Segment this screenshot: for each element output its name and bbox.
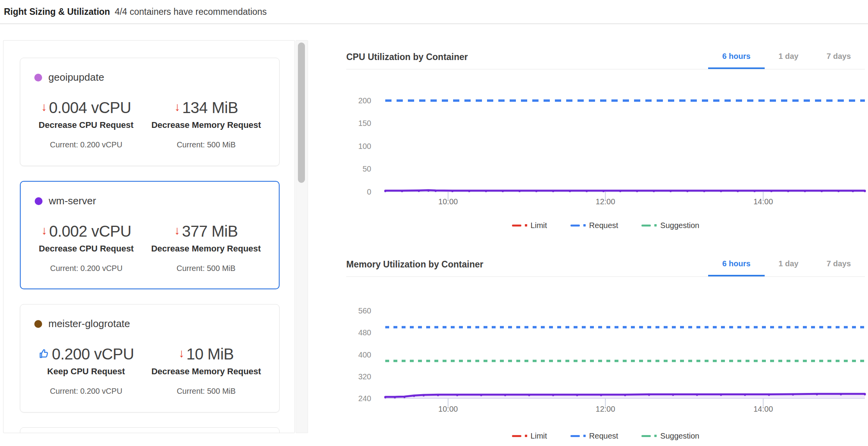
memory-current-value: Current: 500 MiB (143, 387, 270, 396)
cpu-current-value: Current: 0.200 vCPU (30, 264, 143, 273)
request-dot-icon (583, 224, 586, 227)
cpu-recommended-value: 0.004 vCPU (49, 99, 131, 116)
cpu-current-value: Current: 0.200 vCPU (30, 140, 143, 149)
container-list-panel: geoipupdate ↓0.004 vCPU Decrease CPU Req… (3, 40, 295, 433)
y-axis-tick-label: 100 (346, 141, 371, 151)
cpu-action-label: Decrease CPU Request (30, 120, 143, 130)
thumbs-up-icon (38, 348, 50, 359)
cpu-action-label: Decrease CPU Request (30, 244, 143, 254)
container-name: geoipupdate (48, 71, 104, 83)
y-axis-tick-label: 50 (346, 164, 371, 174)
cpu-current-value: Current: 0.200 vCPU (30, 387, 143, 396)
container-color-dot (34, 320, 42, 328)
cpu-time-range-tabs: 6 hours 1 day 7 days (708, 45, 865, 69)
y-axis-tick-label: 0 (346, 187, 371, 197)
legend-item-request: Request (570, 432, 618, 441)
x-axis-tick-label: 14:00 (742, 405, 785, 414)
y-axis-tick-label: 320 (346, 372, 371, 382)
panel-scrollbar-track[interactable] (296, 40, 308, 433)
legend-item-suggestion: Suggestion (641, 221, 699, 230)
tab-1-day[interactable]: 1 day (765, 45, 813, 69)
decrease-arrow-icon: ↓ (179, 345, 184, 361)
legend-item-limit: Limit (512, 432, 547, 441)
recommendation-metrics: 0.200 vCPU Keep CPU Request Current: 0.2… (30, 345, 270, 396)
container-color-dot (34, 74, 42, 81)
cpu-recommendation: ↓0.004 vCPU Decrease CPU Request Current… (30, 99, 143, 149)
cpu-chart-legend: Limit Request Suggestion (346, 219, 865, 232)
tab-7-days[interactable]: 7 days (813, 253, 865, 276)
page-title: Right Sizing & Utilization (4, 7, 110, 17)
cpu-action-label: Keep CPU Request (30, 366, 143, 377)
memory-recommendation: ↓134 MiB Decrease Memory Request Current… (143, 99, 270, 149)
limit-dot-icon (525, 435, 527, 437)
request-dash-icon (570, 435, 580, 437)
page-header: Right Sizing & Utilization 4/4 container… (0, 0, 868, 24)
y-axis-tick-label: 240 (346, 393, 371, 404)
page-subtitle: 4/4 containers have recommendations (115, 7, 267, 17)
suggestion-dash-icon (641, 435, 651, 437)
cpu-recommended-value: 0.200 vCPU (52, 345, 134, 363)
container-card[interactable]: wm-server ↓0.002 vCPU Decrease CPU Reque… (20, 181, 280, 289)
x-axis-tick-label: 14:00 (742, 197, 785, 206)
limit-dot-icon (525, 224, 527, 227)
tab-1-day[interactable]: 1 day (765, 253, 813, 276)
container-card[interactable]: geoipupdate ↓0.004 vCPU Decrease CPU Req… (20, 58, 280, 166)
legend-item-limit: Limit (512, 221, 547, 230)
suggestion-dash-icon (641, 225, 651, 227)
tab-6-hours[interactable]: 6 hours (708, 253, 764, 276)
y-axis-tick-label: 400 (346, 350, 371, 360)
x-axis-tick-label: 12:00 (584, 197, 627, 206)
memory-recommended-value: 10 MiB (186, 345, 234, 363)
cpu-recommended-value: 0.002 vCPU (49, 223, 131, 240)
container-name: wm-server (49, 195, 96, 207)
container-card-partial[interactable] (20, 427, 280, 433)
memory-action-label: Decrease Memory Request (143, 366, 270, 377)
container-card-list: geoipupdate ↓0.004 vCPU Decrease CPU Req… (20, 58, 280, 412)
memory-current-value: Current: 500 MiB (143, 140, 270, 149)
decrease-arrow-icon: ↓ (174, 223, 180, 238)
decrease-arrow-icon: ↓ (41, 223, 47, 238)
memory-action-label: Decrease Memory Request (143, 120, 270, 130)
container-card-title-row: geoipupdate (34, 71, 270, 83)
recommendation-metrics: ↓0.004 vCPU Decrease CPU Request Current… (30, 99, 270, 149)
recommendation-metrics: ↓0.002 vCPU Decrease CPU Request Current… (30, 223, 269, 273)
memory-time-range-tabs: 6 hours 1 day 7 days (708, 253, 865, 276)
limit-dash-icon (512, 225, 521, 227)
cpu-chart-title: CPU Utilization by Container (346, 52, 468, 62)
legend-item-suggestion: Suggestion (641, 432, 699, 441)
memory-chart-header: Memory Utilization by Container 6 hours … (346, 253, 865, 277)
y-axis-tick-label: 200 (346, 96, 371, 106)
request-dash-icon (570, 225, 580, 227)
suggestion-dot-icon (654, 435, 657, 437)
cpu-recommendation: ↓0.002 vCPU Decrease CPU Request Current… (30, 223, 143, 273)
suggestion-dot-icon (654, 224, 657, 227)
memory-chart-title: Memory Utilization by Container (346, 259, 483, 270)
x-axis-tick-label: 10:00 (427, 197, 469, 206)
panel-scrollbar-thumb[interactable] (298, 42, 305, 183)
memory-recommendation: ↓377 MiB Decrease Memory Request Current… (143, 223, 269, 273)
memory-chart-legend: Limit Request Suggestion (346, 430, 865, 442)
y-axis-tick-label: 150 (346, 118, 371, 128)
container-card-title-row: wm-server (35, 195, 269, 207)
container-color-dot (35, 197, 43, 205)
memory-recommended-value: 377 MiB (182, 223, 238, 240)
legend-item-request: Request (570, 221, 618, 230)
tab-7-days[interactable]: 7 days (813, 45, 865, 69)
memory-recommendation: ↓10 MiB Decrease Memory Request Current:… (143, 345, 270, 396)
memory-current-value: Current: 500 MiB (143, 264, 269, 273)
y-axis-tick-label: 480 (346, 327, 371, 338)
x-axis-tick-label: 12:00 (584, 405, 627, 414)
memory-recommended-value: 134 MiB (182, 99, 238, 116)
container-card[interactable]: meister-glogrotate 0.200 vCPU Keep CPU R… (20, 304, 280, 412)
request-dot-icon (583, 435, 586, 437)
decrease-arrow-icon: ↓ (174, 99, 180, 114)
cpu-recommendation: 0.200 vCPU Keep CPU Request Current: 0.2… (30, 345, 143, 396)
tab-6-hours[interactable]: 6 hours (708, 45, 764, 69)
y-axis-tick-label: 560 (346, 306, 371, 316)
cpu-utilization-chart (385, 90, 865, 208)
container-card-title-row: meister-glogrotate (34, 318, 270, 330)
x-axis-tick-label: 10:00 (427, 405, 469, 414)
limit-dash-icon (512, 435, 521, 437)
container-name: meister-glogrotate (48, 318, 130, 330)
decrease-arrow-icon: ↓ (41, 99, 47, 114)
